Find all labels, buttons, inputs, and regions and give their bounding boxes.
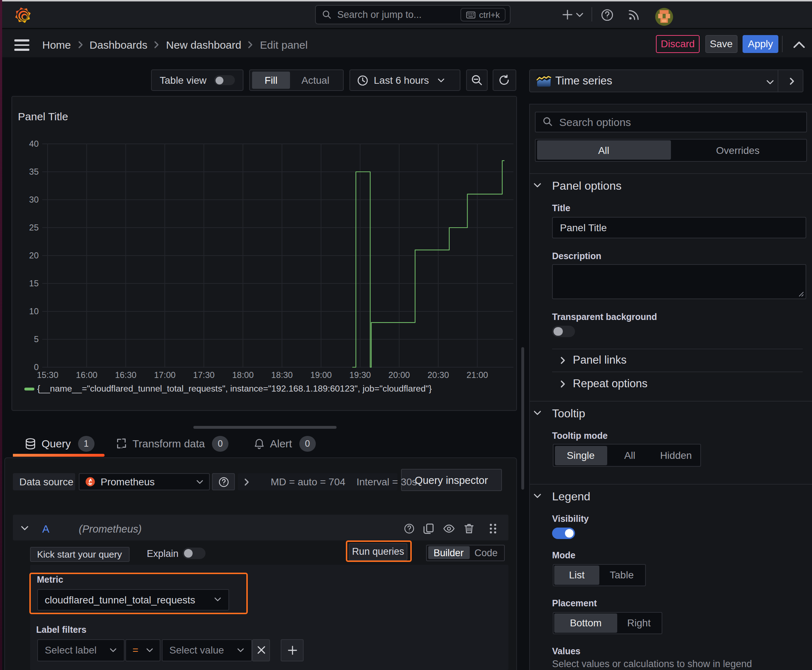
svg-text:35: 35 xyxy=(29,167,39,176)
svg-text:5: 5 xyxy=(34,334,39,344)
svg-text:20:00: 20:00 xyxy=(388,370,410,380)
svg-text:20: 20 xyxy=(29,250,39,260)
svg-text:{__name__="cloudflared_tunnel_: {__name__="cloudflared_tunnel_total_requ… xyxy=(37,384,432,393)
svg-text:15: 15 xyxy=(29,278,39,288)
svg-text:17:30: 17:30 xyxy=(193,370,214,380)
svg-text:16:30: 16:30 xyxy=(115,370,136,380)
svg-text:40: 40 xyxy=(29,139,39,149)
svg-text:10: 10 xyxy=(29,306,39,316)
svg-text:19:30: 19:30 xyxy=(349,370,371,380)
svg-text:18:30: 18:30 xyxy=(271,370,293,380)
svg-text:21:00: 21:00 xyxy=(466,370,488,380)
svg-text:20:30: 20:30 xyxy=(427,370,449,380)
svg-text:17:00: 17:00 xyxy=(154,370,175,380)
svg-text:19:00: 19:00 xyxy=(310,370,332,380)
svg-text:25: 25 xyxy=(29,223,39,232)
svg-text:30: 30 xyxy=(29,195,39,205)
svg-text:18:00: 18:00 xyxy=(232,370,253,380)
svg-text:15:30: 15:30 xyxy=(37,370,58,380)
svg-text:16:00: 16:00 xyxy=(76,370,97,380)
